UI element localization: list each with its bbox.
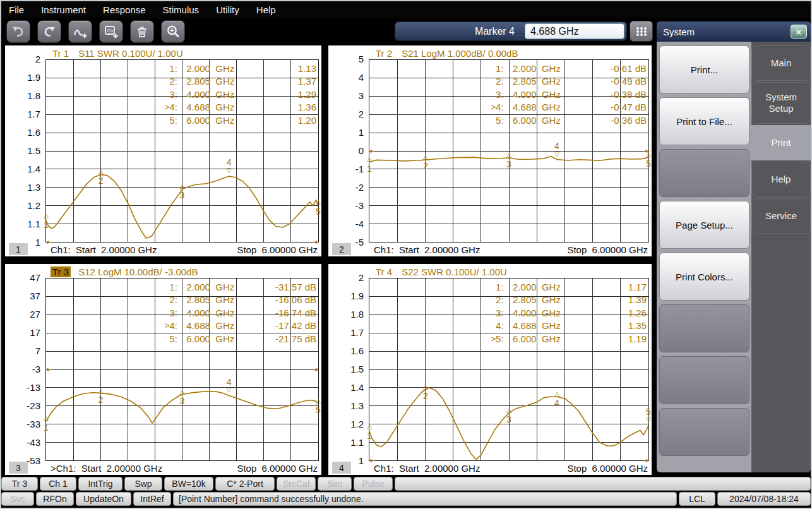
- zoom-button[interactable]: [161, 20, 185, 43]
- marker-number: 3: [506, 160, 511, 169]
- status-swp[interactable]: Swp: [124, 477, 162, 491]
- status-rfon[interactable]: RFOn: [36, 492, 74, 506]
- marker-frequency-input[interactable]: [525, 23, 624, 39]
- status-intref[interactable]: IntRef: [133, 492, 171, 506]
- delete-button[interactable]: [130, 20, 154, 43]
- trace-badge[interactable]: Tr 1: [51, 48, 71, 59]
- redo-button[interactable]: [37, 20, 61, 43]
- softkey-blank[interactable]: [659, 304, 749, 352]
- system-panel: System × Print...Print to File...Page Se…: [657, 21, 811, 472]
- tab-service[interactable]: Service: [751, 198, 811, 234]
- menu-item-help[interactable]: Help: [256, 4, 276, 15]
- chart-footer: 3>Ch1: Start 2.00000 GHzStop 6.00000 GHz: [5, 461, 321, 475]
- tab-main[interactable]: Main: [751, 45, 811, 81]
- trace-badge[interactable]: Tr 4: [374, 266, 394, 277]
- softkey-blank[interactable]: [659, 356, 749, 404]
- marker-row: 2:2.805 GHz1.39: [487, 294, 647, 307]
- y-tick-label: 2: [35, 54, 40, 65]
- y-tick-label: -2: [355, 182, 364, 193]
- tab-help[interactable]: Help: [751, 162, 811, 197]
- marker-frequency: 2.805 GHz: [186, 294, 275, 305]
- add-channel-button[interactable]: Ch: [99, 20, 123, 43]
- chart-footer: 1Ch1: Start 2.00000 GHzStop 6.00000 GHz: [5, 243, 321, 256]
- plot-area[interactable]: ►◄△1△2△3▽4△51:2.000 GHz1.132:2.805 GHz1.…: [45, 59, 319, 243]
- softkey-print-to-file[interactable]: Print to File...: [659, 97, 749, 145]
- marker-frequency: 2.000 GHz: [513, 63, 611, 74]
- undo-button[interactable]: [6, 20, 30, 43]
- marker-number: 5: [646, 407, 651, 416]
- marker-frequency: 4.688 GHz: [513, 320, 628, 331]
- softkey-print-colors[interactable]: Print Colors...: [659, 253, 749, 301]
- marker-row: 2:2.805 GHz-0.49 dB: [487, 75, 647, 88]
- marker-row: 4:4.688 GHz1.35: [487, 320, 647, 333]
- marker-index: 3:: [169, 89, 186, 100]
- marker-frequency: 4.000 GHz: [186, 308, 275, 318]
- y-tick-label: 1.3: [350, 400, 364, 412]
- menu-item-stimulus[interactable]: Stimulus: [163, 4, 200, 15]
- y-tick-label: 1.6: [27, 127, 40, 138]
- tab-print[interactable]: Print: [751, 125, 811, 160]
- softkey-blank[interactable]: [659, 408, 749, 456]
- plot-area[interactable]: ►◄△1△2△3△4▽51:2.000 GHz1.172:2.805 GHz1.…: [369, 278, 649, 461]
- add-trace-button[interactable]: [68, 20, 92, 43]
- marker-number: 1: [44, 423, 49, 432]
- y-tick-label: 1: [359, 127, 364, 138]
- marker-frequency: 2.000 GHz: [186, 63, 297, 74]
- status-bw-10k[interactable]: BW=10k: [164, 477, 213, 491]
- plot-area[interactable]: ►◄△1△2△3▽4△51:2.000 GHz-31.57 dB2:2.805 …: [45, 278, 319, 461]
- marker-number: 5: [316, 405, 321, 414]
- marker-value: 1.19: [628, 333, 647, 344]
- channel-badge[interactable]: 3: [9, 462, 28, 474]
- marker-number: 5: [316, 207, 321, 216]
- marker-index: 3:: [169, 308, 186, 318]
- y-axis-labels: 21.91.81.71.61.51.41.31.21.11: [328, 278, 369, 461]
- chart-quadrant-tr-3[interactable]: Tr 3S12 LogM 10.00dB/ -3.00dB473727177-3…: [5, 264, 321, 475]
- status-updateon[interactable]: UpdateOn: [76, 492, 131, 506]
- menu-item-response[interactable]: Response: [103, 4, 146, 15]
- softkey-print[interactable]: Print...: [659, 45, 749, 93]
- channel-badge[interactable]: 2: [332, 243, 351, 255]
- close-button[interactable]: ×: [791, 25, 807, 39]
- channel-badge[interactable]: 4: [332, 462, 351, 474]
- channel-badge[interactable]: 1: [9, 243, 28, 255]
- marker-label: Marker 4: [395, 26, 525, 37]
- marker-value: -0.47 dB: [611, 102, 647, 112]
- close-icon: ×: [796, 27, 802, 37]
- marker-frequency: 2.000 GHz: [186, 282, 275, 292]
- panel-title: System: [663, 27, 791, 37]
- status-inttrig[interactable]: IntTrig: [78, 477, 122, 491]
- menu-item-utility[interactable]: Utility: [216, 4, 239, 15]
- status-c-2-port[interactable]: C* 2-Port: [215, 477, 275, 491]
- marker-value: 1.35: [628, 320, 647, 331]
- keypad-button[interactable]: [630, 21, 653, 42]
- y-axis-labels: 543210-1-2-3-4-5: [328, 59, 369, 243]
- chart-quadrant-tr-1[interactable]: Tr 1S11 SWR 0.100U/ 1.00U21.91.81.71.61.…: [5, 45, 321, 256]
- plot-area[interactable]: ►◄△1△2△3▽4△51:2.000 GHz-0.61 dB2:2.805 G…: [369, 59, 649, 243]
- y-tick-label: -23: [27, 400, 40, 412]
- marker-value: 1.37: [298, 76, 316, 87]
- softkey-label: Print to File...: [676, 116, 732, 127]
- marker-triangle-icon: △: [554, 391, 559, 397]
- marker-index: 3:: [496, 308, 513, 318]
- marker-index: 4:: [169, 320, 186, 331]
- chart-quadrant-tr-2[interactable]: Tr 2S21 LogM 1.000dB/ 0.00dB543210-1-2-3…: [328, 45, 652, 256]
- softkey-page-setup[interactable]: Page Setup...: [659, 201, 749, 249]
- chart-quadrant-tr-4[interactable]: Tr 4S22 SWR 0.100U/ 1.00U21.91.81.71.61.…: [328, 264, 652, 475]
- y-tick-label: 1.4: [350, 382, 364, 393]
- status-tr-3[interactable]: Tr 3: [1, 477, 38, 491]
- tab-system-setup[interactable]: System Setup: [751, 82, 811, 124]
- marker-value: -0.61 dB: [611, 63, 647, 74]
- marker-index: 4:: [496, 102, 513, 112]
- trace-badge[interactable]: Tr 2: [374, 48, 394, 59]
- menu-item-file[interactable]: File: [9, 4, 24, 15]
- menu-item-instrument[interactable]: Instrument: [41, 4, 86, 15]
- softkey-blank[interactable]: [659, 149, 749, 197]
- y-tick-label: 1.8: [350, 309, 364, 320]
- status-ch-1[interactable]: Ch 1: [40, 477, 76, 491]
- trace-badge[interactable]: Tr 3: [51, 266, 71, 277]
- marker-number: 4: [554, 398, 559, 407]
- trace-title: Tr 2S21 LogM 1.000dB/ 0.00dB: [328, 47, 652, 59]
- chart-footer: 2Ch1: Start 2.00000 GHzStop 6.00000 GHz: [328, 243, 652, 256]
- y-tick-label: 1.1: [350, 437, 364, 448]
- marker-index: 5:: [496, 333, 513, 344]
